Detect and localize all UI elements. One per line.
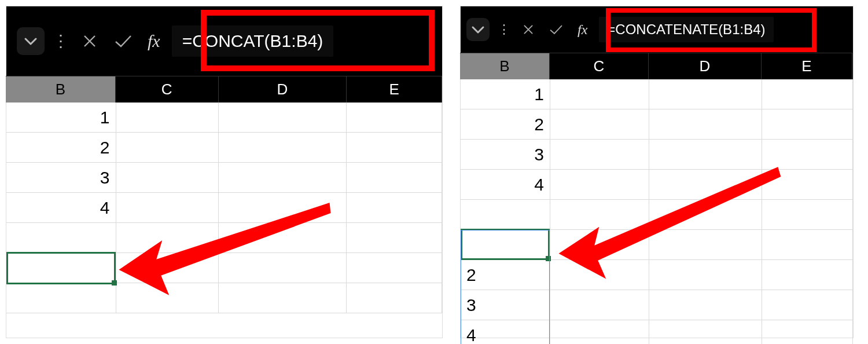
cell-b4[interactable]: 4 bbox=[461, 170, 550, 200]
cell-e5[interactable] bbox=[762, 200, 853, 230]
formula-bar: ⋮ fx =CONCATENATE(B1:B4) bbox=[461, 6, 853, 53]
cell-c9[interactable] bbox=[550, 320, 649, 344]
cell-e3[interactable] bbox=[347, 163, 442, 193]
spreadsheet-grid[interactable]: 1 2 3 4 bbox=[461, 79, 853, 344]
formula-bar: ⋮ fx =CONCAT(B1:B4) bbox=[6, 6, 442, 76]
cell-b7[interactable]: 2 bbox=[461, 260, 550, 290]
cell-c3[interactable] bbox=[550, 140, 649, 170]
cell-e7[interactable] bbox=[347, 283, 442, 313]
cell-d1[interactable] bbox=[649, 79, 762, 109]
drag-dots-icon: ⋮ bbox=[498, 23, 510, 36]
spreadsheet-grid[interactable]: 1 2 3 4 bbox=[6, 103, 442, 313]
cell-b1[interactable]: 1 bbox=[6, 103, 116, 133]
cell-d6[interactable] bbox=[649, 230, 762, 260]
cell-e1[interactable] bbox=[347, 103, 442, 133]
name-box-dropdown[interactable] bbox=[17, 27, 45, 55]
cell-d4[interactable] bbox=[649, 170, 762, 200]
cell-b6[interactable]: 1 bbox=[461, 230, 550, 260]
cell-c8[interactable] bbox=[550, 290, 649, 320]
cell-c6[interactable] bbox=[550, 230, 649, 260]
cell-b9[interactable]: 4 bbox=[461, 320, 550, 344]
cell-e4[interactable] bbox=[762, 170, 853, 200]
accept-formula-button[interactable] bbox=[546, 23, 566, 36]
cell-e2[interactable] bbox=[347, 133, 442, 163]
formula-input[interactable]: =CONCAT(B1:B4) bbox=[172, 25, 334, 57]
cell-b3[interactable]: 3 bbox=[461, 140, 550, 170]
cell-e5[interactable] bbox=[347, 223, 442, 253]
cell-b1[interactable]: 1 bbox=[461, 79, 550, 109]
col-header-e[interactable]: E bbox=[762, 53, 852, 79]
accept-formula-button[interactable] bbox=[111, 33, 136, 49]
cell-c7[interactable] bbox=[550, 260, 649, 290]
col-label: E bbox=[801, 57, 811, 75]
cell-e6[interactable] bbox=[762, 230, 853, 260]
cell-c1[interactable] bbox=[116, 103, 219, 133]
cell-c4[interactable] bbox=[116, 193, 219, 223]
cell-c2[interactable] bbox=[550, 109, 649, 140]
cell-d7[interactable] bbox=[649, 260, 762, 290]
insert-function-button[interactable]: fx bbox=[148, 31, 160, 51]
cell-c6[interactable] bbox=[116, 253, 219, 283]
col-header-c[interactable]: C bbox=[116, 76, 219, 103]
cancel-formula-button[interactable] bbox=[518, 23, 538, 36]
col-label: C bbox=[594, 57, 605, 75]
excel-window-concat: ⋮ fx =CONCAT(B1:B4) B C D E 1 bbox=[6, 6, 443, 338]
cell-d4[interactable] bbox=[219, 193, 347, 223]
cell-b6[interactable]: 1234 bbox=[6, 253, 116, 283]
col-header-b[interactable]: B bbox=[460, 53, 550, 79]
cell-c5[interactable] bbox=[116, 223, 219, 253]
result-value: 1234 bbox=[12, 258, 51, 278]
cell-d5[interactable] bbox=[219, 223, 347, 253]
cell-b8[interactable]: 3 bbox=[461, 290, 550, 320]
cell-d9[interactable] bbox=[649, 320, 762, 344]
col-label: B bbox=[56, 80, 65, 98]
drag-dots-icon: ⋮ bbox=[53, 33, 69, 49]
cell-e4[interactable] bbox=[347, 193, 442, 223]
cell-c2[interactable] bbox=[116, 133, 219, 163]
col-label: B bbox=[499, 57, 509, 75]
cell-b2[interactable]: 2 bbox=[461, 109, 550, 140]
col-header-d[interactable]: D bbox=[649, 53, 762, 79]
cell-b5[interactable] bbox=[6, 223, 116, 253]
cell-e8[interactable] bbox=[762, 290, 853, 320]
col-header-c[interactable]: C bbox=[550, 53, 649, 79]
col-header-d[interactable]: D bbox=[219, 76, 347, 103]
cell-d1[interactable] bbox=[219, 103, 347, 133]
formula-input[interactable]: =CONCATENATE(B1:B4) bbox=[599, 17, 773, 42]
cell-c3[interactable] bbox=[116, 163, 219, 193]
cell-b4[interactable]: 4 bbox=[6, 193, 116, 223]
cell-d8[interactable] bbox=[649, 290, 762, 320]
cancel-formula-button[interactable] bbox=[77, 33, 102, 49]
cell-e9[interactable] bbox=[762, 320, 853, 344]
cell-c7[interactable] bbox=[116, 283, 219, 313]
cell-b5[interactable] bbox=[461, 200, 550, 230]
cell-b2[interactable]: 2 bbox=[6, 133, 116, 163]
cell-e3[interactable] bbox=[762, 140, 853, 170]
cell-c5[interactable] bbox=[550, 200, 649, 230]
cell-d3[interactable] bbox=[219, 163, 347, 193]
name-box-dropdown[interactable] bbox=[466, 18, 490, 41]
cell-e1[interactable] bbox=[762, 79, 853, 109]
cell-d7[interactable] bbox=[219, 283, 347, 313]
column-headers: B C D E bbox=[461, 53, 853, 79]
cell-e2[interactable] bbox=[762, 109, 853, 140]
cell-c1[interactable] bbox=[550, 79, 649, 109]
cell-c4[interactable] bbox=[550, 170, 649, 200]
col-label: D bbox=[277, 80, 288, 98]
col-label: D bbox=[700, 57, 711, 75]
cell-e6[interactable] bbox=[347, 253, 442, 283]
cell-e7[interactable] bbox=[762, 260, 853, 290]
excel-window-concatenate: ⋮ fx =CONCATENATE(B1:B4) B C D E 1 bbox=[460, 6, 854, 338]
col-header-e[interactable]: E bbox=[347, 76, 442, 103]
cell-d3[interactable] bbox=[649, 140, 762, 170]
col-label: C bbox=[161, 80, 172, 98]
cell-b7[interactable] bbox=[6, 283, 116, 313]
cell-d2[interactable] bbox=[649, 109, 762, 140]
col-header-b[interactable]: B bbox=[6, 76, 116, 103]
cell-d6[interactable] bbox=[219, 253, 347, 283]
cell-b3[interactable]: 3 bbox=[6, 163, 116, 193]
cell-d5[interactable] bbox=[649, 200, 762, 230]
column-headers: B C D E bbox=[6, 76, 442, 103]
cell-d2[interactable] bbox=[219, 133, 347, 163]
insert-function-button[interactable]: fx bbox=[578, 22, 587, 38]
